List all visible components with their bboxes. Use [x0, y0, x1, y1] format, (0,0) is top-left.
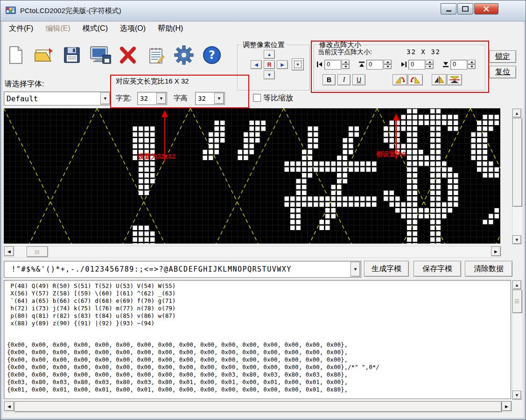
reset-button[interactable]: 复位: [489, 66, 516, 78]
canvas-scroll-left-button[interactable]: ◀: [4, 246, 14, 256]
canvas-vertical-thumb[interactable]: [512, 118, 522, 207]
char-map-line: p(80) q(81) r(82) s(83) t(84) u(85) v(86…: [7, 312, 511, 320]
char-map-line: P(48) Q(49) R(50) S(51) T(52) U(53) V(54…: [7, 282, 511, 290]
font-select-combo[interactable]: Default ▼: [4, 91, 111, 105]
aspect-lock-checkbox[interactable]: [253, 94, 261, 102]
output-area[interactable]: P(48) Q(49) R(50) S(51) T(52) U(53) V(54…: [4, 280, 511, 399]
menu-mode[interactable]: 模式(C): [77, 22, 114, 35]
clear-data-button[interactable]: 清除数据: [465, 261, 512, 277]
underline-button[interactable]: U: [352, 74, 365, 85]
new-file-button[interactable]: [5, 43, 27, 67]
canvas-vertical-scrollbar[interactable]: ▲ ▼: [512, 108, 523, 245]
hex-data-line: {0x00, 0x00, 0x00, 0x00, 0x00, 0x00, 0x0…: [7, 349, 511, 356]
minimize-icon: [446, 10, 451, 12]
canvas-scroll-up-button[interactable]: ▲: [512, 109, 521, 118]
trim-right-up[interactable]: [426, 60, 434, 64]
align-right-icon: [400, 61, 407, 68]
italic-button[interactable]: I: [337, 74, 351, 85]
maximize-icon: [462, 6, 469, 12]
trim-left-down[interactable]: [342, 64, 350, 69]
minimize-button[interactable]: [441, 3, 456, 14]
lcd-edit-canvas[interactable]: [4, 108, 500, 244]
char-width-combo[interactable]: 32 ▼: [137, 92, 167, 105]
center-marker-button[interactable]: [292, 58, 304, 70]
hex-data-line: {0x00, 0x00, 0x00, 0x00, 0x00, 0x00, 0x0…: [7, 371, 511, 378]
canvas-horizontal-thumb[interactable]: |||: [27, 246, 48, 257]
right-arrow-icon: ▶: [281, 62, 284, 67]
reset-position-button[interactable]: R: [264, 60, 275, 69]
align-top-icon: [358, 61, 365, 68]
char-map-line: h(72) i(73) j(74) k(75) l(76) m(77) n(78…: [7, 305, 511, 312]
canvas-scroll-down-button[interactable]: ▼: [512, 235, 521, 244]
output-vertical-thumb[interactable]: |||: [512, 290, 522, 313]
trim-bottom-up[interactable]: [468, 60, 476, 64]
hex-data-line: {0x00, 0x00, 0x00, 0x00, 0x00, 0x00, 0x0…: [7, 341, 511, 349]
output-horizontal-thumb[interactable]: [14, 401, 502, 412]
export-to-lcd-button[interactable]: [89, 43, 111, 67]
align-left-icon: [316, 61, 323, 68]
save-file-button[interactable]: [61, 43, 83, 67]
maximize-button[interactable]: [457, 3, 473, 14]
rotate-right-button[interactable]: [408, 74, 423, 85]
move-down-button[interactable]: ▼: [264, 70, 275, 79]
save-font-button[interactable]: 保存字模: [414, 261, 461, 277]
trim-bottom-value[interactable]: 0: [450, 60, 467, 70]
trim-right-spinner: 0: [400, 59, 434, 70]
trim-left-value[interactable]: 0: [324, 60, 341, 70]
move-right-button[interactable]: ▶: [277, 60, 288, 69]
trim-top-up[interactable]: [384, 60, 392, 64]
down-arrow-icon: ▼: [267, 72, 272, 77]
trim-bottom-down[interactable]: [468, 64, 476, 69]
output-scroll-down-button[interactable]: ▼: [512, 391, 521, 399]
left-arrow-icon: ◀: [254, 62, 258, 67]
save-file-icon: [63, 46, 81, 64]
charset-dropdown-icon[interactable]: ▼: [351, 262, 360, 277]
menu-options[interactable]: 选项(O): [114, 22, 152, 35]
menu-help[interactable]: 帮助(H): [152, 22, 189, 35]
pixel-position-group: 调整像素位置 ▲ ◀ R ▶ ▼: [237, 45, 310, 91]
trim-top-down[interactable]: [384, 64, 392, 69]
open-file-button[interactable]: [33, 43, 55, 67]
char-height-value: 32: [196, 95, 214, 102]
flip-vertical-button[interactable]: [447, 74, 462, 85]
rotate-right-icon: [409, 76, 421, 84]
move-left-button[interactable]: ◀: [251, 60, 262, 69]
trim-top-value[interactable]: 0: [366, 60, 383, 70]
help-button[interactable]: ?: [201, 43, 223, 67]
trim-top-spinner: 0: [358, 59, 392, 70]
open-file-icon: [33, 45, 55, 65]
move-up-button[interactable]: ▲: [264, 50, 275, 59]
trim-right-value[interactable]: 0: [408, 60, 425, 70]
output-scroll-up-button[interactable]: ▲: [512, 280, 521, 289]
output-vertical-scrollbar[interactable]: ▲ ||| ▼: [512, 280, 523, 400]
flip-horizontal-button[interactable]: [432, 74, 447, 85]
delete-button[interactable]: [117, 43, 139, 67]
notepad-button[interactable]: [145, 43, 167, 67]
char-height-label: 字高: [174, 94, 188, 103]
menu-edit[interactable]: 编辑(E): [39, 22, 76, 35]
font-select-dropdown-icon[interactable]: ▼: [100, 92, 110, 105]
close-button[interactable]: [474, 3, 498, 14]
charset-combo[interactable]: !"#$%&'()*+,-./0123456789:;<=>?@ABCDEFGH…: [4, 261, 361, 278]
generate-font-button[interactable]: 生成字模: [364, 261, 409, 277]
menu-file[interactable]: 文件(F): [3, 22, 39, 35]
new-file-icon: [7, 45, 25, 65]
dot-matrix-size-group: 修改点阵大小 当前汉字点阵大小: 32 X 32 0 0 0 0 B I U: [314, 45, 485, 91]
close-icon: [483, 6, 490, 12]
char-width-value: 32: [138, 95, 156, 102]
toolbar: ?: [5, 38, 236, 72]
char-height-dropdown-icon[interactable]: ▼: [214, 93, 224, 104]
trim-right-down[interactable]: [426, 64, 434, 69]
char-height-combo[interactable]: 32 ▼: [195, 92, 225, 105]
trim-left-up[interactable]: [342, 60, 350, 64]
lock-button[interactable]: 锁定: [489, 50, 516, 63]
bold-button[interactable]: B: [323, 74, 336, 85]
settings-button[interactable]: [173, 43, 195, 67]
output-scroll-left-button[interactable]: ◀: [4, 401, 14, 411]
canvas-horizontal-scrollbar[interactable]: ◀ ||| ▶: [4, 246, 501, 258]
output-scroll-right-button[interactable]: ▶: [502, 401, 512, 411]
canvas-scroll-right-button[interactable]: ▶: [491, 246, 501, 256]
output-horizontal-scrollbar[interactable]: ◀ ▶: [4, 401, 512, 413]
char-width-dropdown-icon[interactable]: ▼: [156, 93, 166, 104]
rotate-left-button[interactable]: [393, 74, 407, 85]
